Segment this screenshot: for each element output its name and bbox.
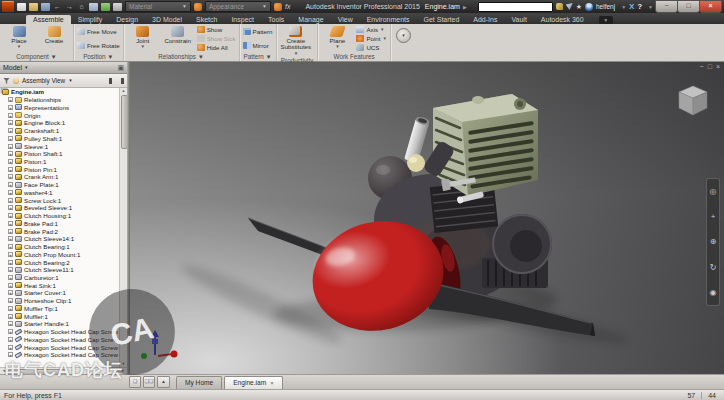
button-pattern[interactable]: Pattern [243,27,273,36]
button-constrain[interactable]: Constrain [162,25,194,52]
parameters-fx-icon[interactable]: fx [285,3,290,10]
scroll-up-icon[interactable]: ▲ [120,88,127,94]
tree-item-piston-1[interactable]: +Piston:1 [0,158,119,166]
adjust-appearance-icon[interactable] [274,3,282,11]
tree-item-carburetor-1[interactable]: +Carburetor:1 [0,274,119,282]
expand-icon[interactable]: + [8,205,13,210]
tree-item-engine-block-1[interactable]: +Engine Block:1 [0,119,119,127]
expand-icon[interactable]: + [8,144,13,149]
iproperties-icon[interactable] [113,3,122,11]
zoom-icon[interactable]: ⊕ [710,237,717,246]
tab-manage[interactable]: Manage [291,15,330,24]
tab-add-ins[interactable]: Add-Ins [466,15,504,24]
expand-icon[interactable]: + [8,236,13,241]
expand-icon[interactable]: + [8,174,13,179]
navigation-wheel-icon[interactable]: ◎ [710,187,717,196]
help-icon[interactable]: ? [637,2,642,11]
expand-icon[interactable]: + [8,290,13,295]
tab-tools[interactable]: Tools [261,15,291,24]
button-mirror[interactable]: Mirror [243,41,273,50]
appearance-combo[interactable]: Appearance▼ [205,1,271,12]
undo-icon[interactable]: ← [53,3,62,11]
pan-icon[interactable]: + [711,212,716,221]
expand-icon[interactable]: + [8,352,13,357]
tab-assemble[interactable]: Assemble [26,15,71,24]
update-icon[interactable] [101,3,110,11]
tree-item-clutch-bearing-1[interactable]: +Clutch Bearing:1 [0,243,119,251]
tree-item-relationships[interactable]: +Relationships [0,96,119,104]
expand-icon[interactable]: + [8,267,13,272]
tree-item-starter-cover-1[interactable]: +Starter Cover:1 [0,289,119,297]
expand-icon[interactable]: + [8,283,13,288]
group-label-position[interactable]: Position ▼ [74,52,123,61]
expand-icon[interactable]: + [8,260,13,265]
button-place[interactable]: Place▼ [3,25,35,52]
chevron-down-icon[interactable]: ▼ [68,78,72,83]
tab-sketch[interactable]: Sketch [189,15,224,24]
tab-view[interactable]: View [331,15,360,24]
tree-item-pulley-shaft-1[interactable]: +Pulley Shaft:1 [0,134,119,142]
button-point[interactable]: Point▼ [356,34,387,43]
look-at-icon[interactable]: ◉ [710,288,717,297]
browser-header[interactable]: Model ▼ ▣ [0,62,127,74]
close-button[interactable]: × [699,0,722,13]
tree-item-washer4-1[interactable]: +washer4:1 [0,189,119,197]
expand-icon[interactable]: + [8,345,13,350]
tab-vault[interactable]: Vault [504,15,533,24]
tree-item-representations[interactable]: +Representations [0,103,119,111]
user-avatar[interactable] [585,3,593,11]
tree-item-brake-pad-1[interactable]: +Brake Pad:1 [0,219,119,227]
material-combo[interactable]: Material▼ [125,1,191,12]
tab-simplify[interactable]: Simplify [71,15,110,24]
doc-tab-my-home[interactable]: My Home [176,376,222,389]
ribbon-overflow-icon[interactable]: ▼ [396,28,411,43]
minimize-button[interactable]: − [655,0,678,13]
open-icon[interactable] [29,3,38,11]
screen-capture-icon[interactable] [89,3,98,11]
graphics-viewport[interactable]: − □ × ◎+⊕↻◉ [130,62,724,374]
button-hide-all[interactable]: Hide All [197,43,236,52]
view-mode-label[interactable]: Assembly View [22,77,65,84]
expand-icon[interactable]: + [8,337,13,342]
group-label-component[interactable]: Component ▼ [0,52,73,61]
doc-restore-icon[interactable]: □ [708,63,712,71]
orbit-icon[interactable]: ↻ [710,263,717,272]
button-plane[interactable]: Plane▼ [321,25,353,52]
tab-design[interactable]: Design [109,15,145,24]
expand-icon[interactable]: + [8,244,13,249]
doc-minimize-icon[interactable]: − [700,63,704,71]
browser-options-icon[interactable]: ▣ [117,63,124,73]
search-input[interactable] [478,2,553,12]
adjust-material-icon[interactable] [194,3,202,11]
doc-close-icon[interactable]: × [716,63,720,71]
expand-icon[interactable]: + [8,229,13,234]
send-feedback-icon[interactable] [566,3,573,10]
expand-icon[interactable]: + [8,159,13,164]
button-free-move[interactable]: Free Move [77,27,120,36]
expand-icon[interactable]: + [8,97,13,102]
home-icon[interactable]: ⌂ [77,3,86,11]
expand-icon[interactable]: + [8,213,13,218]
expand-icon[interactable]: + [8,120,13,125]
expand-icon[interactable]: + [8,190,13,195]
tile-windows-icon[interactable]: ❑ [129,376,141,388]
redo-icon[interactable]: → [65,3,74,11]
expand-icon[interactable]: + [8,314,13,319]
collapse-tabs-icon[interactable]: ▲ [157,376,170,388]
expand-icon[interactable]: + [8,298,13,303]
tab-close-icon[interactable]: × [270,377,274,389]
tree-item-clutch-sleeve14-1[interactable]: +Clutch Sleeve14:1 [0,235,119,243]
button-create[interactable]: Create [38,25,70,52]
tree-item-clutch-bearing-2[interactable]: +Clutch Bearing:2 [0,258,119,266]
inventor-logo-icon[interactable] [2,1,14,12]
doc-tab-engine-iam[interactable]: Engine.iam× [224,376,283,389]
tree-item-beveled-sleeve-1[interactable]: +Beveled Sleeve:1 [0,204,119,212]
tree-item-screw-lock-1[interactable]: +Screw Lock:1 [0,196,119,204]
search-binoculars-icon[interactable] [109,78,124,84]
new-file-icon[interactable] [17,3,26,11]
tree-item-clutch-prop-mount-1[interactable]: +Clutch Prop Mount:1 [0,250,119,258]
arrange-windows-icon[interactable]: ❑❑ [143,376,155,388]
button-joint[interactable]: Joint▼ [127,25,159,52]
restore-button[interactable]: □ [677,0,700,13]
tree-item-crank-arm-1[interactable]: +Crank Arm:1 [0,173,119,181]
